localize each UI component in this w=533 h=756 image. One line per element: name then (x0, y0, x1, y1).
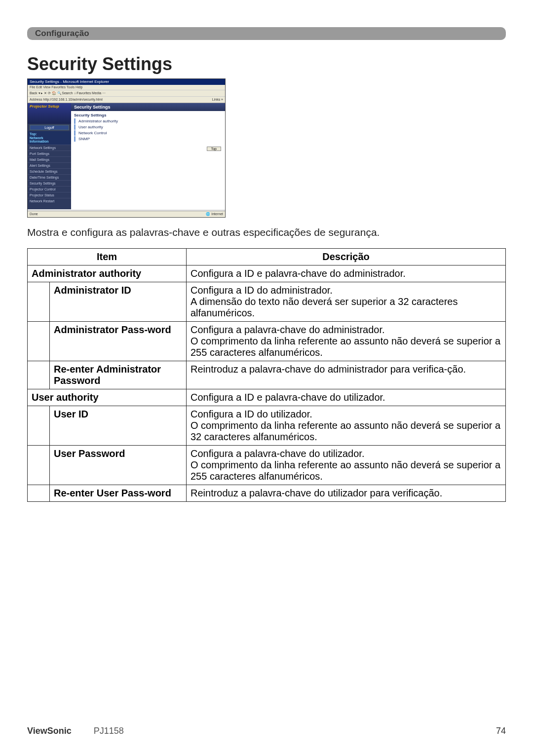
security-list: Administrator authorityUser authorityNet… (71, 118, 225, 142)
sub-item-cell: Administrator Pass-word (50, 322, 187, 361)
sidebar-item[interactable]: Alert Settings (28, 162, 71, 168)
desc-cell: Reintroduz a palavra-chave do administra… (187, 361, 506, 389)
ie-content: Projector Setup Logoff Top: Network Info… (28, 103, 225, 209)
embedded-screenshot: Security Settings - Microsoft Internet E… (27, 78, 226, 218)
desc-cell: Configura a ID do utilizador. O comprime… (187, 406, 506, 446)
indent-cell (28, 446, 50, 485)
security-subheading: Security Settings (71, 111, 225, 118)
sidebar-brand: Projector Setup (28, 103, 71, 124)
desc-cell: Configura a palavra-chave do utilizador.… (187, 446, 506, 485)
sidebar-items: Network SettingsPort SettingsMail Settin… (28, 145, 71, 204)
sub-item-cell: Re-enter Administrator Password (50, 361, 187, 389)
sidebar: Projector Setup Logoff Top: Network Info… (28, 103, 71, 209)
ie-toolbar: Back ▾ ▸ ✕ ⟳ 🏠 🔍Search ☆Favorites Media … (28, 90, 225, 97)
item-cell: Administrator authority (28, 265, 187, 282)
desc-cell: Reintroduz a palavra-chave do utilizador… (187, 485, 506, 502)
item-cell: User authority (28, 389, 187, 406)
ie-titlebar: Security Settings - Microsoft Internet E… (28, 79, 225, 85)
sub-item-cell: Administrator ID (50, 282, 187, 322)
desc-cell: Configura a ID e palavra-chave do admini… (187, 265, 506, 282)
ie-links-label: Links » (212, 97, 223, 103)
sidebar-item[interactable]: Projector Control (28, 186, 71, 192)
table-row: Administrator Pass-wordConfigura a palav… (28, 322, 506, 361)
indent-cell (28, 361, 50, 389)
status-right: 🌐 Internet (206, 211, 223, 217)
desc-cell: Configura a ID do administrador. A dimen… (187, 282, 506, 322)
security-list-item[interactable]: User authority (74, 124, 225, 130)
footer-brand: ViewSonic (27, 726, 72, 736)
intro-paragraph: Mostra e configura as palavras-chave e o… (27, 227, 506, 238)
table-row: Administrator authorityConfigura a ID e … (28, 265, 506, 282)
table-row: Administrator IDConfigura a ID do admini… (28, 282, 506, 322)
page-footer: ViewSonic PJ1158 74 (27, 726, 506, 736)
table-row: User PasswordConfigura a palavra-chave d… (28, 446, 506, 485)
ie-statusbar: Done 🌐 Internet (28, 211, 225, 217)
table-row: Re-enter User Pass-wordReintroduz a pala… (28, 485, 506, 502)
indent-cell (28, 322, 50, 361)
logoff-button[interactable]: Logoff (30, 125, 69, 130)
col-head-desc: Descrição (187, 249, 506, 265)
security-list-item[interactable]: Administrator authority (74, 118, 225, 124)
sidebar-item[interactable]: Port Settings (28, 151, 71, 156)
settings-table: Item Descrição Administrator authorityCo… (27, 248, 506, 502)
page-title: Security Settings (27, 54, 506, 75)
sidebar-item[interactable]: Network Restart (28, 198, 71, 204)
sub-item-cell: User Password (50, 446, 187, 485)
document-page: Configuração Security Settings Security … (0, 0, 533, 756)
footer-model: PJ1158 (94, 726, 124, 736)
desc-cell: Configura a ID e palavra-chave do utiliz… (187, 389, 506, 406)
status-left: Done (30, 211, 38, 217)
sidebar-item[interactable]: Date/Time Settings (28, 174, 71, 180)
ie-address-text: Address http://192.168.1.10/admin/securi… (30, 98, 103, 101)
main-panel: Security Settings Security Settings Admi… (71, 103, 225, 209)
ie-addressbar: Address http://192.168.1.10/admin/securi… (28, 97, 225, 103)
main-panel-header: Security Settings (71, 103, 225, 111)
ie-menubar: File Edit View Favorites Tools Help (28, 85, 225, 90)
section-header-text: Configuração (35, 29, 89, 38)
table-header-row: Item Descrição (28, 249, 506, 265)
security-list-item[interactable]: Network Control (74, 130, 225, 136)
sub-item-cell: Re-enter User Pass-word (50, 485, 187, 502)
indent-cell (28, 282, 50, 322)
indent-cell (28, 485, 50, 502)
sidebar-item[interactable]: Security Settings (28, 180, 71, 186)
sidebar-item[interactable]: Projector Status (28, 192, 71, 198)
sidebar-section-top[interactable]: Top: Network Information (28, 131, 71, 145)
footer-page-number: 74 (496, 726, 506, 736)
table-row: Re-enter Administrator PasswordReintrodu… (28, 361, 506, 389)
sidebar-item[interactable]: Schedule Settings (28, 168, 71, 174)
col-head-item: Item (28, 249, 187, 265)
security-list-item[interactable]: SNMP (74, 136, 225, 142)
sidebar-item[interactable]: Network Settings (28, 145, 71, 151)
table-row: User IDConfigura a ID do utilizador. O c… (28, 406, 506, 446)
sidebar-item[interactable]: Mail Settings (28, 156, 71, 162)
top-button[interactable]: Top (207, 147, 221, 151)
sub-item-cell: User ID (50, 406, 187, 446)
indent-cell (28, 406, 50, 446)
footer-left: ViewSonic PJ1158 (27, 726, 124, 736)
section-header-bar: Configuração (27, 27, 506, 40)
table-row: User authorityConfigura a ID e palavra-c… (28, 389, 506, 406)
desc-cell: Configura a palavra-chave do administrad… (187, 322, 506, 361)
